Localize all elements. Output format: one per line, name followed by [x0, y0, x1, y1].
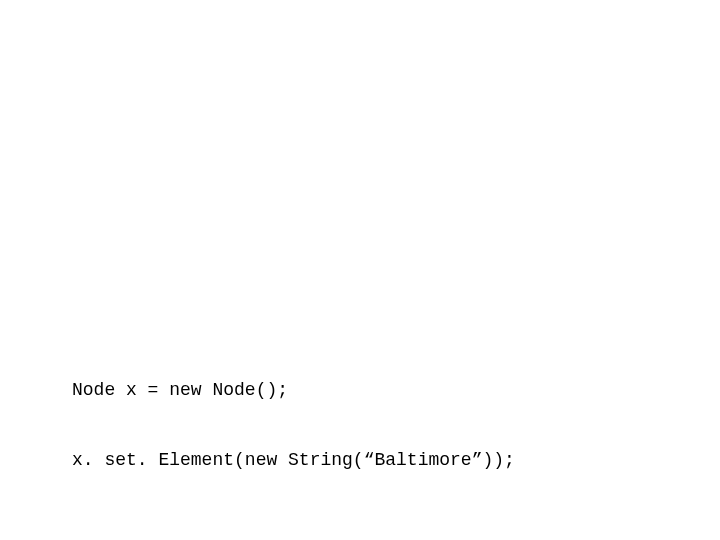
code-snippet: Node x = new Node(); x. set. Element(new…	[72, 332, 515, 496]
code-line-2: x. set. Element(new String(“Baltimore”))…	[72, 449, 515, 472]
code-line-1: Node x = new Node();	[72, 379, 515, 402]
